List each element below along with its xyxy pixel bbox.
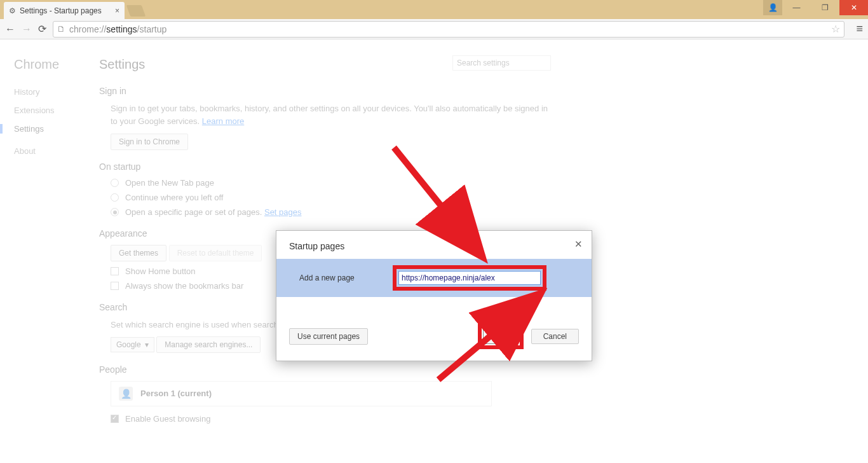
startup-heading: On startup	[99, 162, 557, 172]
manage-engines-button[interactable]: Manage search engines...	[156, 336, 261, 353]
bookmark-star-icon[interactable]: ☆	[831, 23, 840, 35]
signin-desc: Sign in to get your tabs, bookmarks, his…	[111, 102, 557, 127]
address-bar[interactable]: 🗋 chrome://settings/startup ☆	[53, 21, 844, 38]
sidebar-item-history[interactable]: History	[14, 87, 97, 97]
reload-icon[interactable]: ⟳	[38, 23, 46, 35]
sidebar-item-about[interactable]: About	[14, 146, 97, 156]
get-themes-button[interactable]: Get themes	[111, 245, 166, 261]
gear-icon: ⚙	[9, 6, 16, 15]
svg-line-1	[438, 329, 499, 380]
signin-heading: Sign in	[99, 86, 557, 96]
tab-title: Settings - Startup pages	[20, 6, 102, 15]
add-page-label: Add a new page	[288, 273, 393, 282]
window-titlebar: ⚙ Settings - Startup pages × 👤 — ❐ ✕	[0, 0, 868, 19]
set-pages-link[interactable]: Set pages	[264, 207, 302, 217]
close-tab-icon[interactable]: ×	[115, 6, 119, 15]
url-scheme: chrome://	[69, 24, 106, 34]
startup-opt-continue[interactable]: Continue where you left off	[111, 193, 557, 202]
maximize-button[interactable]: ❐	[811, 0, 839, 15]
forward-icon[interactable]: →	[22, 24, 32, 35]
page-icon: 🗋	[57, 24, 65, 34]
signin-button[interactable]: Sign in to Chrome	[111, 134, 188, 150]
sidebar-brand: Chrome	[14, 57, 97, 72]
window-buttons: 👤 — ❐ ✕	[763, 0, 868, 15]
browser-tab[interactable]: ⚙ Settings - Startup pages ×	[4, 2, 125, 19]
sidebar-item-settings[interactable]: Settings	[0, 124, 97, 134]
dialog-close-icon[interactable]: ✕	[574, 238, 583, 250]
svg-line-0	[394, 148, 448, 214]
add-page-row: Add a new page	[276, 259, 592, 297]
window-close-button[interactable]: ✕	[839, 0, 868, 15]
guest-browsing-checkbox[interactable]: Enable Guest browsing	[111, 414, 557, 424]
avatar-icon: 👤	[119, 387, 133, 401]
reset-theme-button[interactable]: Reset to default theme	[169, 245, 262, 261]
profile-icon[interactable]: 👤	[763, 0, 782, 15]
startup-url-input[interactable]	[398, 271, 541, 285]
new-tab-button[interactable]	[126, 5, 146, 17]
minimize-button[interactable]: —	[782, 0, 811, 15]
startup-opt-newtab[interactable]: Open the New Tab page	[111, 178, 557, 188]
browser-toolbar: ← → ⟳ 🗋 chrome://settings/startup ☆ ≡	[0, 19, 868, 39]
startup-opt-specific[interactable]: Open a specific page or set of pages. Se…	[111, 207, 557, 217]
person-name: Person 1 (current)	[140, 389, 212, 398]
url-path: /startup	[137, 24, 167, 34]
sidebar-item-extensions[interactable]: Extensions	[14, 106, 97, 115]
learn-more-link[interactable]: Learn more	[202, 116, 244, 126]
annotation-arrow-2	[432, 319, 521, 398]
sidebar: Chrome History Extensions Settings About	[14, 57, 97, 429]
use-current-pages-button[interactable]: Use current pages	[289, 328, 368, 345]
url-host: settings	[106, 24, 137, 34]
cancel-button[interactable]: Cancel	[531, 329, 579, 344]
url-highlight-box	[393, 265, 546, 291]
dialog-title: Startup pages	[289, 241, 344, 251]
chevron-down-icon: ▾	[145, 340, 149, 349]
search-engine-dropdown[interactable]: Google▾	[111, 337, 154, 352]
annotation-arrow-1	[381, 141, 470, 233]
back-icon[interactable]: ←	[5, 24, 15, 35]
search-settings-input[interactable]	[452, 55, 551, 71]
hamburger-menu-icon[interactable]: ≡	[856, 22, 863, 36]
